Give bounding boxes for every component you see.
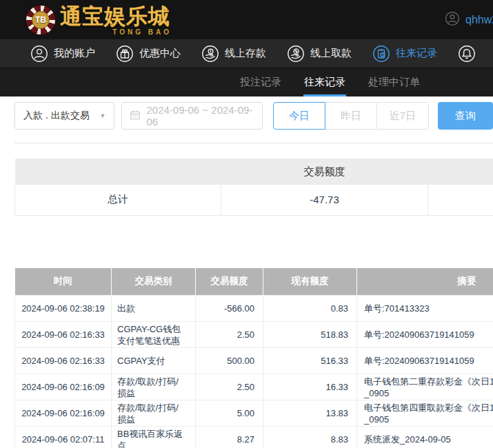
nav-item-transaction-records[interactable]: 往来记录: [372, 45, 437, 63]
bell-icon: [458, 45, 476, 63]
brand-name-zh: 通宝娱乐城: [60, 5, 170, 28]
cell-type: 存款/取款/打码/ 损益: [112, 400, 196, 427]
calendar-icon: [130, 110, 141, 123]
cell-summary: 电子钱包第四重取款彩金《次日1 _0905: [357, 400, 493, 427]
username: qhhw2: [465, 14, 493, 26]
records-icon: [372, 45, 390, 63]
cell-time: 2024-09-06 02:16:33: [15, 348, 112, 374]
transactions-table: 时间交易类别交易额度现有额度摘要 2024-09-06 02:38:19出款-5…: [14, 268, 493, 448]
brand-chip-monogram: TB: [32, 11, 50, 29]
last-7-days-button[interactable]: 近7日: [376, 102, 429, 130]
table-row: 2024-09-06 02:38:19出款-566.000.83单号:70141…: [15, 296, 493, 322]
tab-betting-records[interactable]: 投注记录: [239, 68, 282, 96]
main-nav: 我的账户 优惠中心 线上存款: [0, 39, 493, 68]
gift-icon: [116, 45, 134, 63]
cell-type: 出款: [112, 296, 196, 322]
cell-amount: -566.00: [196, 296, 263, 322]
summary-table: 交易额度 总计 -47.73: [14, 159, 493, 216]
summary-header-empty: [15, 159, 221, 185]
nav-label: 我的账户: [54, 47, 95, 60]
nav-item-withdraw[interactable]: 线上取款: [287, 45, 352, 63]
deposit-icon: [201, 45, 219, 63]
transaction-type-select[interactable]: 入款 . 出款交易 ▼: [14, 102, 114, 130]
cell-balance: 0.83: [263, 296, 357, 322]
nav-label: 往来记录: [396, 47, 437, 60]
cell-balance: 518.83: [263, 322, 357, 348]
cell-time: 2024-09-06 02:16:09: [15, 400, 112, 427]
cell-type: CGPAY支付: [112, 348, 196, 374]
cell-time: 2024-09-06 02:16:33: [15, 322, 112, 348]
table-row: 2024-09-06 02:16:09存款/取款/打码/ 损益2.5016.33…: [15, 374, 493, 400]
brand-logo[interactable]: 通宝娱乐城 TONG BAO: [60, 5, 170, 35]
column-header-amount: 交易额度: [196, 268, 263, 296]
column-header-type: 交易类别: [112, 268, 196, 296]
cell-amount: 2.50: [196, 322, 263, 348]
summary-total-row: 总计 -47.73: [15, 185, 493, 215]
search-button[interactable]: 查询: [438, 102, 493, 130]
today-button[interactable]: 今日: [273, 102, 325, 130]
cell-time: 2024-09-06 02:16:09: [15, 374, 112, 400]
user-avatar-icon: [445, 11, 460, 29]
cell-summary: 电子钱包第二重存款彩金《次日1 _0905: [357, 374, 493, 400]
summary-total-amount: -47.73: [221, 185, 428, 215]
column-header-balance: 现有额度: [263, 268, 357, 296]
cell-balance: 13.83: [263, 400, 357, 427]
tab-pending-orders[interactable]: 处理中订单: [368, 68, 421, 96]
cell-summary: 单号:202409063719141059: [357, 322, 493, 348]
table-row: 2024-09-06 02:16:09存款/取款/打码/ 损益5.0013.83…: [15, 400, 493, 427]
cell-time: 2024-09-06 02:07:11: [15, 427, 112, 448]
summary-header-row: 交易额度: [15, 159, 493, 185]
date-range-value: 2024-09-06 ~ 2024-09-06: [146, 104, 254, 128]
nav-item-my-account[interactable]: 我的账户: [30, 45, 95, 63]
table-row: 2024-09-06 02:07:11BB视讯百家乐返 点8.278.83系统派…: [15, 427, 493, 448]
brand-name-en: TONG BAO: [112, 28, 172, 36]
date-range-input[interactable]: 2024-09-06 ~ 2024-09-06: [121, 102, 263, 130]
cell-balance: 516.33: [263, 348, 357, 374]
table-row: 2024-09-06 02:16:33CGPAY支付500.00516.33单号…: [15, 348, 493, 374]
cell-type: BB视讯百家乐返 点: [112, 427, 196, 448]
cell-summary: 单号:701413323: [357, 296, 493, 322]
nav-label: 线上存款: [225, 47, 266, 60]
cell-type: CGPAY-CG钱包 支付笔笔送优惠: [112, 322, 196, 348]
summary-header-amount: 交易额度: [221, 159, 428, 185]
cell-summary: 系统派发_2024-09-05: [357, 427, 493, 448]
filter-bar: 入款 . 出款交易 ▼ 2024-09-06 ~ 2024-09-06 今日 昨…: [14, 102, 493, 130]
nav-item-deposit[interactable]: 线上存款: [201, 45, 266, 63]
column-header-time: 时间: [15, 268, 112, 296]
nav-label: 优惠中心: [139, 47, 181, 60]
brand-chip-logo: TB: [26, 6, 55, 34]
cell-amount: 500.00: [196, 348, 263, 374]
top-bar: TB 通宝娱乐城 TONG BAO qhhw2: [0, 0, 493, 39]
nav-item-promotions[interactable]: 优惠中心: [116, 45, 181, 63]
cell-amount: 8.27: [196, 427, 263, 448]
cell-amount: 2.50: [196, 374, 263, 400]
tab-transaction-records[interactable]: 往来记录: [303, 68, 346, 96]
nav-label: 线上取款: [310, 47, 352, 60]
cell-balance: 16.33: [263, 374, 357, 400]
column-header-summary: 摘要: [357, 268, 493, 296]
summary-header-cut: [428, 159, 493, 185]
cell-time: 2024-09-06 02:38:19: [15, 296, 112, 322]
cell-amount: 5.00: [196, 400, 263, 427]
account-icon: [30, 45, 48, 63]
transactions-body: 2024-09-06 02:38:19出款-566.000.83单号:70141…: [15, 296, 493, 448]
user-account[interactable]: qhhw2: [445, 0, 493, 39]
summary-total-cut: [428, 185, 493, 215]
table-row: 2024-09-06 02:16:33CGPAY-CG钱包 支付笔笔送优惠2.5…: [15, 322, 493, 348]
transaction-type-value: 入款 . 出款交易: [23, 110, 90, 122]
transactions-header-row: 时间交易类别交易额度现有额度摘要: [15, 268, 493, 296]
withdraw-icon: [287, 45, 305, 63]
chevron-down-icon: ▼: [100, 112, 106, 119]
quick-date-buttons: 今日 昨日 近7日: [273, 102, 429, 130]
summary-total-label: 总计: [15, 185, 221, 215]
section-divider: [14, 143, 493, 143]
cell-type: 存款/取款/打码/ 损益: [112, 374, 196, 400]
nav-item-announcements[interactable]: [458, 45, 481, 63]
cell-balance: 8.83: [263, 427, 357, 448]
cell-summary: 单号:202409063719141059: [357, 348, 493, 374]
yesterday-button[interactable]: 昨日: [325, 102, 377, 130]
record-tabs: 投注记录 往来记录 处理中订单: [0, 68, 493, 96]
